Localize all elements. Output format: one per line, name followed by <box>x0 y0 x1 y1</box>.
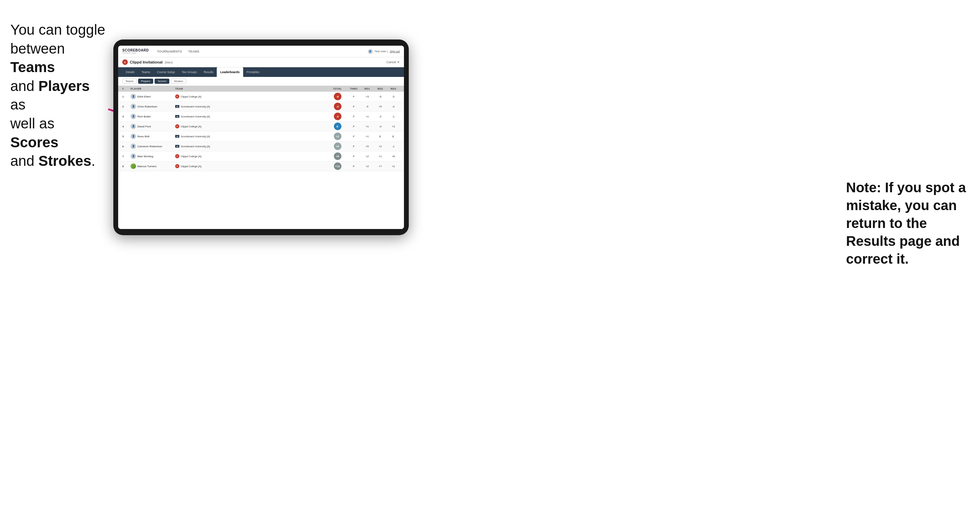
player-name: Chris Robertson <box>137 105 158 108</box>
total-cell: +11 <box>328 162 347 170</box>
user-icon: 👤 <box>368 49 373 54</box>
player-name: Rees Britt <box>137 135 150 138</box>
position: 3 <box>122 115 130 118</box>
scoreboard-logo: SB <box>175 145 179 148</box>
table-row[interactable]: 7 👤 Blair McHarg C Clippd College [A] +8… <box>118 151 404 161</box>
rd3: -1 <box>387 145 400 148</box>
table-row[interactable]: 6 👤 Cameron Robertson SB Scoreboard Univ… <box>118 141 404 151</box>
table-row[interactable]: 1 👤 Elliot Ebert C Clippd College [A] -8… <box>118 92 404 102</box>
player-name: Marcus Turners <box>137 165 157 168</box>
avatar: 👤 <box>130 143 136 149</box>
table-row[interactable]: 5 👤 Rees Britt SB Scoreboard University … <box>118 132 404 141</box>
toggle-players[interactable]: Players <box>138 79 154 84</box>
thru: F <box>347 155 361 158</box>
nav-items: TOURNAMENTS TEAMS <box>154 46 368 57</box>
position: 2 <box>122 105 130 108</box>
table-row[interactable]: 3 👤 Rich Butler SB Scoreboard University… <box>118 111 404 122</box>
total-score: E <box>334 122 341 130</box>
tab-teams[interactable]: Teams <box>138 67 154 77</box>
rd3: -4 <box>387 105 400 108</box>
player-name: Elliot Ebert <box>137 95 151 98</box>
team-name: Scoreboard University [A] <box>181 105 210 108</box>
total-score: +11 <box>334 162 341 170</box>
rd3: +6 <box>387 155 400 158</box>
tab-printables[interactable]: Printables <box>243 67 263 77</box>
avatar: 👤 <box>130 94 136 99</box>
tournament-name: Clippd Invitational (Men) <box>130 60 173 64</box>
total-score: +8 <box>334 152 341 160</box>
total-score: +1 <box>334 133 341 140</box>
avatar: 🌿 <box>130 163 136 169</box>
team-name: Clippd College [A] <box>181 165 201 168</box>
position: 1 <box>122 95 130 98</box>
clippd-logo: C <box>175 154 179 158</box>
team-cell: SB Scoreboard University [A] <box>175 105 237 108</box>
table-body: 1 👤 Elliot Ebert C Clippd College [A] -8… <box>118 92 404 227</box>
player-cell: 👤 Cameron Robertson <box>130 143 175 149</box>
toggle-strokes[interactable]: Strokes <box>171 79 186 84</box>
table-row[interactable]: 8 🌿 Marcus Turners C Clippd College [A] … <box>118 161 404 171</box>
col-team: TEAM <box>175 87 237 90</box>
player-cell: 👤 Chris Robertson <box>130 104 175 109</box>
total-cell: -2 <box>328 113 347 120</box>
total-cell: E <box>328 122 347 130</box>
tab-tee-groups[interactable]: Tee Groups <box>178 67 200 77</box>
player-name: Cameron Robertson <box>137 145 162 148</box>
toggle-scores[interactable]: Scores <box>154 79 169 84</box>
sub-nav: Details Teams Course Setup Tee Groups Re… <box>118 67 404 77</box>
left-annotation: You can toggle between Teams and Players… <box>10 21 107 171</box>
tab-leaderboards[interactable]: Leaderboards <box>217 67 243 77</box>
team-name: Clippd College [A] <box>181 125 201 128</box>
player-cell: 👤 Rees Britt <box>130 133 175 139</box>
sign-out[interactable]: Sign out <box>390 50 400 53</box>
tournament-title-row: C Clippd Invitational (Men) <box>122 59 173 65</box>
team-cell: C Clippd College [A] <box>175 164 237 168</box>
tab-course-setup[interactable]: Course Setup <box>154 67 178 77</box>
tab-results[interactable]: Results <box>200 67 217 77</box>
rd1: +5 <box>361 145 374 148</box>
table-header: # PLAYER TEAM TOTAL THRU RD1 RD2 RD3 <box>118 86 404 92</box>
nav-tournaments[interactable]: TOURNAMENTS <box>154 46 185 57</box>
team-cell: C Clippd College [A] <box>175 124 237 129</box>
team-name: Scoreboard University [A] <box>181 115 210 118</box>
player-cell: 👤 Blair McHarg <box>130 154 175 159</box>
tablet-screen: SCOREBOARD Powered by clippd TOURNAMENTS… <box>118 46 404 229</box>
tab-details[interactable]: Details <box>122 67 138 77</box>
right-annotation: Note: If you spot a mistake, you can ret… <box>846 179 970 268</box>
cancel-button[interactable]: Cancel ✕ <box>387 60 400 64</box>
team-cell: SB Scoreboard University [A] <box>175 115 237 118</box>
position: 4 <box>122 125 130 128</box>
rd3: -5 <box>387 95 400 98</box>
thru: F <box>347 95 361 98</box>
scoreboard-logo: SB <box>175 115 179 118</box>
team-cell: C Clippd College [A] <box>175 154 237 158</box>
avatar: 👤 <box>130 124 136 129</box>
tablet-frame: SCOREBOARD Powered by clippd TOURNAMENTS… <box>113 40 409 235</box>
avatar: 👤 <box>130 114 136 119</box>
total-score: -4 <box>334 103 341 110</box>
avatar: 👤 <box>130 104 136 109</box>
logo-sub: Powered by clippd <box>122 52 149 54</box>
total-cell: -4 <box>328 103 347 110</box>
col-player: PLAYER <box>130 87 175 90</box>
toggle-teams[interactable]: Teams <box>122 79 137 84</box>
team-name: Scoreboard University [A] <box>181 145 210 148</box>
team-cell: C Clippd College [A] <box>175 94 237 98</box>
clippd-logo: C <box>175 94 179 98</box>
rd1: +3 <box>361 95 374 98</box>
table-row[interactable]: 4 👤 David Ford C Clippd College [A] E F … <box>118 122 404 132</box>
clippd-logo: C <box>175 124 179 129</box>
rd2: E <box>374 135 387 138</box>
leaderboard-table: # PLAYER TEAM TOTAL THRU RD1 RD2 RD3 1 👤… <box>118 86 404 229</box>
total-cell: +8 <box>328 152 347 160</box>
thru: F <box>347 135 361 138</box>
team-cell: SB Scoreboard University [A] <box>175 135 237 138</box>
total-cell: +1 <box>328 133 347 140</box>
nav-teams[interactable]: TEAMS <box>186 46 202 57</box>
tournament-header: C Clippd Invitational (Men) Cancel ✕ <box>118 57 404 67</box>
total-score: -8 <box>334 93 341 100</box>
table-row[interactable]: 2 👤 Chris Robertson SB Scoreboard Univer… <box>118 102 404 111</box>
col-rd3: RD3 <box>387 87 400 90</box>
logo-area: SCOREBOARD Powered by clippd <box>122 49 149 54</box>
player-name: David Ford <box>137 125 151 128</box>
